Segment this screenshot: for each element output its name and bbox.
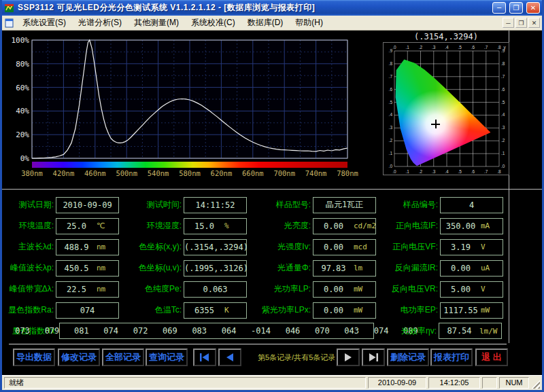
measurement-form: 测试日期:2010-09-09测试时间:14:11:52样品型号:晶元1瓦正样品… [2, 194, 542, 321]
field-value: 0.063 [184, 285, 246, 294]
delete-record-button[interactable]: 删除记录 [387, 349, 429, 366]
field-value: (.1995,.3126) [184, 264, 248, 273]
next-record-button[interactable] [337, 349, 360, 366]
field-label: 色温Tc: [119, 304, 184, 316]
status-date: 2010-09-09 [368, 377, 426, 389]
title-bar: SSP3112 可见光LED分光分色测试系统 V1.1.2.1.12 - [数据… [2, 0, 542, 16]
menu-item-4[interactable]: 数据库(D) [241, 16, 290, 30]
field-value: 22.5 [56, 285, 97, 294]
field-cell-r2c1: 色坐标(x,y):(.3154,.3294) [119, 236, 247, 257]
all-records-button[interactable]: 全部记录 [102, 349, 144, 366]
field-cell-r5c1: 色温Tc:6355K [119, 300, 247, 321]
field-unit: mA [481, 221, 503, 230]
field-value: 5.00 [441, 285, 481, 294]
svg-text:.4: .4 [501, 112, 505, 117]
field-value-box: 0.00cd/m2 [313, 218, 376, 234]
svg-text:.2: .2 [501, 138, 505, 143]
field-label: 样品型号: [247, 199, 313, 211]
field-value-box: 0.00uA [440, 260, 503, 277]
resize-grip[interactable] [531, 380, 540, 389]
report-print-button[interactable]: 报表打印 [430, 349, 473, 366]
svg-text:.5: .5 [458, 45, 462, 50]
field-value-box: 22.5nm [56, 281, 119, 298]
field-label: 电功率EP: [376, 304, 440, 316]
query-records-button[interactable]: 查询记录 [146, 349, 188, 366]
mdi-close-button[interactable]: ✕ [528, 18, 540, 28]
svg-text:100%: 100% [12, 37, 30, 45]
field-value: 0.00 [313, 243, 354, 252]
mdi-restore-button[interactable]: ❐ [515, 18, 527, 28]
field-label: 测试时间: [119, 199, 184, 211]
status-time: 14:12:05 [428, 377, 480, 389]
field-label: 光通量Φ: [247, 262, 313, 274]
charts-section: 100%80%60%40%20%0%380nm420nm460nm500nm54… [2, 31, 542, 190]
efficiency-unit: lm/W [479, 327, 501, 336]
svg-text:.2: .2 [419, 45, 423, 50]
menu-item-5[interactable]: 帮助(H) [289, 16, 329, 30]
minimize-button[interactable]: ─ [492, 2, 506, 14]
field-cell-r3c0: 峰值波长λp:450.5nm [2, 257, 119, 279]
field-value-box: 0.00mW [313, 281, 376, 298]
exit-button[interactable]: 退 出 [475, 349, 508, 366]
svg-text:.7: .7 [501, 74, 505, 79]
svg-text:40%: 40% [16, 107, 29, 115]
field-label: 峰值带宽Δλ: [2, 283, 56, 295]
field-cell-r0c1: 测试时间:14:11:52 [119, 194, 247, 215]
field-cell-r3c1: 色坐标(u,v):(.1995,.3126) [119, 257, 247, 279]
field-label: 峰值波长λp: [2, 262, 56, 274]
svg-text:.0: .0 [392, 169, 396, 174]
toolbar-separator [9, 344, 507, 344]
field-label: 测试日期: [2, 199, 56, 211]
field-label: 光强度Iv: [247, 241, 313, 253]
menu-item-1[interactable]: 光谱分析(S) [72, 16, 128, 30]
menu-bar: 系统设置(S)光谱分析(S)其他测量(M)系统校准(C)数据库(D)帮助(H) … [2, 16, 542, 31]
field-cell-r2c3: 正向电压VF:3.19V [376, 236, 503, 257]
field-label: 主波长λd: [2, 241, 56, 253]
svg-text:.1: .1 [406, 45, 410, 50]
export-data-button[interactable]: 导出数据 [13, 349, 55, 366]
last-record-button[interactable] [362, 349, 385, 366]
svg-text:500nm: 500nm [116, 169, 137, 177]
field-unit: uA [481, 264, 503, 272]
menu-item-2[interactable]: 其他测量(M) [128, 16, 185, 30]
field-value: 晶元1瓦正 [313, 199, 375, 211]
mdi-window-buttons: ─ ❐ ✕ [501, 18, 540, 28]
field-cell-r0c0: 测试日期:2010-09-09 [2, 194, 119, 215]
efficiency-value: 87.54 [439, 326, 479, 336]
svg-text:660nm: 660nm [242, 169, 264, 177]
field-value: 4 [441, 200, 503, 210]
field-value: 0.00 [313, 221, 354, 231]
field-value-box: 15.0% [184, 218, 247, 234]
menu-items: 系统设置(S)光谱分析(S)其他测量(M)系统校准(C)数据库(D)帮助(H) [16, 16, 329, 30]
svg-text:.9: .9 [501, 48, 505, 53]
record-counter: 第5条记录/共有5条记录 [258, 353, 335, 363]
close-button[interactable]: ✕ [526, 2, 540, 14]
field-value-box: 450.5nm [56, 260, 119, 277]
status-bar: 就绪 2010-09-09 14:12:05 NUM [2, 375, 542, 390]
previous-record-button[interactable] [218, 349, 241, 366]
mdi-child-icon [4, 18, 15, 28]
status-num-lock: NUM [499, 377, 529, 389]
first-record-button[interactable] [193, 349, 216, 366]
menu-item-0[interactable]: 系统设置(S) [16, 16, 72, 30]
modify-record-button[interactable]: 修改记录 [58, 349, 100, 366]
field-value: 0.00 [313, 285, 354, 294]
field-unit: lm [354, 264, 375, 272]
svg-text:.6: .6 [471, 169, 475, 174]
menu-item-3[interactable]: 系统校准(C) [185, 16, 241, 30]
field-cell-r0c2: 样品型号:晶元1瓦正 [247, 194, 376, 215]
field-value-box: 2010-09-09 [56, 197, 119, 213]
svg-text:.3: .3 [389, 125, 393, 130]
svg-text:.8: .8 [389, 61, 393, 66]
mdi-minimize-button[interactable]: ─ [503, 18, 514, 28]
svg-text:.0: .0 [392, 45, 396, 50]
svg-text:.3: .3 [501, 125, 505, 130]
wavelength-gradient-bar [32, 162, 347, 168]
app-icon [4, 3, 15, 14]
restore-button[interactable]: ❐ [509, 2, 523, 14]
app-window: SSP3112 可见光LED分光分色测试系统 V1.1.2.1.12 - [数据… [0, 0, 544, 392]
field-value-box: 488.9nm [56, 239, 119, 255]
field-value: 3.19 [441, 243, 481, 252]
field-value-box: (.3154,.3294) [184, 239, 247, 255]
svg-text:.7: .7 [484, 45, 488, 50]
